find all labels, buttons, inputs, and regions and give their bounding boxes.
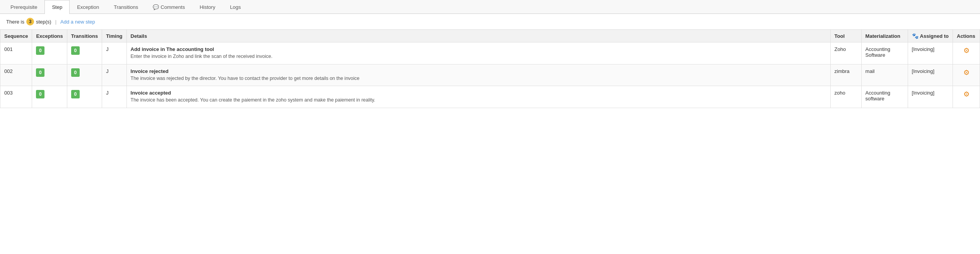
cell-transitions-0: 0: [67, 42, 102, 64]
cell-tool-2: zoho: [830, 86, 861, 108]
cell-actions-2: ⚙: [953, 86, 980, 108]
tab-label-transitions: Transitions: [114, 4, 138, 10]
cell-sequence-2: 003: [0, 86, 32, 108]
cell-tool-1: zimbra: [830, 64, 861, 86]
cell-actions-0: ⚙: [953, 42, 980, 64]
separator: |: [55, 19, 56, 25]
paw-icon: 🐾: [912, 33, 919, 39]
tab-bar: PrerequisiteStepExceptionTransitions💬Com…: [0, 0, 980, 14]
tab-logs[interactable]: Logs: [223, 0, 248, 14]
header-bar: There is 3 step(s) | Add a new step: [0, 14, 980, 29]
tab-label-exception: Exception: [77, 4, 99, 10]
cell-details-1: Invoice rejectedThe invoice was rejected…: [126, 64, 830, 86]
table-row: 00100JAdd invoice in The accounting tool…: [0, 42, 980, 64]
cell-timing-0: J: [102, 42, 126, 64]
there-is-label: There is: [6, 19, 24, 25]
gear-icon-0[interactable]: ⚙: [963, 47, 970, 54]
detail-desc-1: The invoice was rejected by the director…: [131, 75, 826, 82]
cell-materialization-1: mail: [861, 64, 908, 86]
cell-timing-1: J: [102, 64, 126, 86]
col-header-transitions: Transitions: [67, 30, 102, 42]
cell-transitions-1: 0: [67, 64, 102, 86]
steps-label: step(s): [36, 19, 51, 25]
cell-transitions-2: 0: [67, 86, 102, 108]
cell-materialization-2: Accounting software: [861, 86, 908, 108]
cell-assigned-2: [Invoicing]: [908, 86, 953, 108]
tab-label-step: Step: [52, 4, 62, 10]
exceptions-badge-0[interactable]: 0: [36, 46, 44, 55]
cell-assigned-0: [Invoicing]: [908, 42, 953, 64]
transitions-badge-0[interactable]: 0: [71, 46, 80, 55]
cell-exceptions-1: 0: [32, 64, 67, 86]
cell-tool-0: Zoho: [830, 42, 861, 64]
detail-title-0: Add invoice in The accounting tool: [131, 46, 826, 52]
col-header-details: Details: [126, 30, 830, 42]
cell-materialization-0: Accounting Software: [861, 42, 908, 64]
table-row: 00200JInvoice rejectedThe invoice was re…: [0, 64, 980, 86]
table-header-row: Sequence Exceptions Transitions Timing D…: [0, 30, 980, 42]
tab-transitions[interactable]: Transitions: [106, 0, 145, 14]
cell-details-2: Invoice acceptedThe invoice has been acc…: [126, 86, 830, 108]
gear-icon-2[interactable]: ⚙: [963, 90, 970, 98]
tab-label-history: History: [200, 4, 215, 10]
exceptions-badge-2[interactable]: 0: [36, 90, 44, 98]
cell-timing-2: J: [102, 86, 126, 108]
tab-comments[interactable]: 💬Comments: [145, 0, 192, 14]
cell-actions-1: ⚙: [953, 64, 980, 86]
add-new-step-link[interactable]: Add a new step: [60, 19, 95, 25]
detail-title-2: Invoice accepted: [131, 90, 826, 96]
cell-exceptions-0: 0: [32, 42, 67, 64]
cell-sequence-0: 001: [0, 42, 32, 64]
steps-table: Sequence Exceptions Transitions Timing D…: [0, 29, 980, 108]
transitions-badge-1[interactable]: 0: [71, 68, 80, 77]
col-header-sequence: Sequence: [0, 30, 32, 42]
col-header-exceptions: Exceptions: [32, 30, 67, 42]
col-header-actions: Actions: [953, 30, 980, 42]
gear-icon-1[interactable]: ⚙: [963, 69, 970, 76]
tab-history[interactable]: History: [192, 0, 222, 14]
tab-label-prerequisite: Prerequisite: [10, 4, 37, 10]
tab-label-comments: Comments: [160, 4, 185, 10]
cell-details-0: Add invoice in The accounting toolEnter …: [126, 42, 830, 64]
cell-exceptions-2: 0: [32, 86, 67, 108]
step-count-badge: 3: [26, 18, 34, 25]
tab-step[interactable]: Step: [44, 0, 70, 14]
cell-assigned-1: [Invoicing]: [908, 64, 953, 86]
col-header-tool: Tool: [830, 30, 861, 42]
assigned-header-label: Assigned to: [920, 33, 949, 39]
detail-desc-2: The invoice has been accepted. You can c…: [131, 97, 826, 104]
detail-title-1: Invoice rejected: [131, 68, 826, 74]
col-header-materialization: Materialization: [861, 30, 908, 42]
cell-sequence-1: 002: [0, 64, 32, 86]
tab-prerequisite[interactable]: Prerequisite: [3, 0, 44, 14]
transitions-badge-2[interactable]: 0: [71, 90, 80, 98]
comments-icon: 💬: [153, 4, 159, 10]
tab-exception[interactable]: Exception: [70, 0, 106, 14]
table-row: 00300JInvoice acceptedThe invoice has be…: [0, 86, 980, 108]
col-header-timing: Timing: [102, 30, 126, 42]
tab-label-logs: Logs: [230, 4, 241, 10]
detail-desc-0: Enter the invoice in Zoho and link the s…: [131, 53, 826, 60]
exceptions-badge-1[interactable]: 0: [36, 68, 44, 77]
col-header-assigned: 🐾 Assigned to: [908, 30, 953, 42]
